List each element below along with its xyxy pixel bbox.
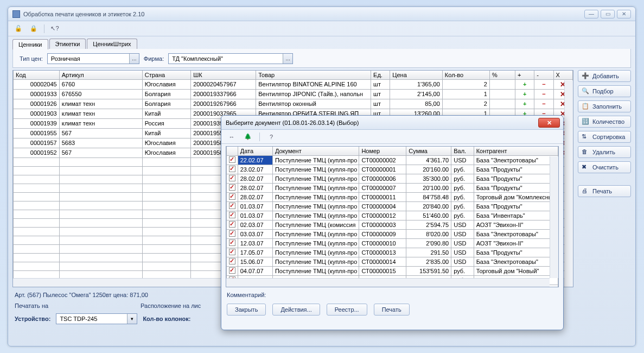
dialog-close-button[interactable]: ✕ <box>538 118 560 128</box>
column-header[interactable]: % <box>489 71 515 79</box>
column-header[interactable]: Цена <box>390 71 443 79</box>
qty-icon: 🔢 <box>582 118 589 125</box>
dialog-grid[interactable]: ДатаДокументНомерСуммаВал.Контрагент 22.… <box>226 146 559 287</box>
chevron-down-icon[interactable]: ▾ <box>127 314 137 324</box>
table-row[interactable]: 28.02.07Поступление ТМЦ (купля-проСТ0000… <box>227 192 558 201</box>
separator <box>44 24 44 33</box>
minus-icon[interactable]: − <box>534 99 553 109</box>
column-header[interactable]: Кол-во <box>442 71 489 79</box>
dialog-actions-btn[interactable]: Действия... <box>272 304 320 316</box>
dialog-title: Выберите документ (01.08.01-26.03.14) (В… <box>226 119 359 126</box>
minus-icon[interactable]: − <box>534 79 553 89</box>
table-row[interactable]: 000020456760Югославия2000020457967Вентил… <box>14 79 573 89</box>
firm-picker-icon[interactable]: … <box>283 54 292 64</box>
app-icon <box>12 10 20 18</box>
row-status-icon <box>227 211 238 220</box>
row-status-icon <box>227 257 238 266</box>
table-row[interactable]: 03.03.07Поступление ТМЦ (купля-проСТ0000… <box>227 229 558 238</box>
fill-icon: 📋 <box>582 103 589 110</box>
dialog-close-btn[interactable]: Закрыть <box>227 304 266 316</box>
table-row[interactable]: 28.02.07Поступление ТМЦ (купля-проСТ0000… <box>227 183 558 192</box>
print-button[interactable]: 🖨Печать <box>578 185 631 197</box>
column-header[interactable]: Вал. <box>451 147 474 155</box>
dialog-buttons: Закрыть Действия... Реестр... Печать <box>221 300 563 319</box>
column-header[interactable]: Товар <box>256 71 371 79</box>
clear-button[interactable]: ✖Очистить <box>578 161 631 173</box>
column-header[interactable]: ШК <box>191 71 256 79</box>
table-row[interactable]: 01.03.07Поступление ТМЦ (купля-проСТ0000… <box>227 211 558 220</box>
add-button[interactable]: ➕Добавить <box>578 70 631 82</box>
plus-icon[interactable]: + <box>515 99 534 109</box>
select-icon: 🔍 <box>582 87 589 95</box>
dialog-toolbar: ↔ 🌲 ? <box>221 130 563 144</box>
dialog-scrollbar-horizontal[interactable] <box>226 278 550 287</box>
cols-label: Кол-во колонок: <box>143 316 190 322</box>
column-header[interactable]: Номер <box>359 147 406 155</box>
column-header[interactable]: X <box>553 71 572 79</box>
device-label: Устройство: <box>15 316 50 322</box>
separator <box>259 133 260 141</box>
close-button[interactable]: ✕ <box>617 10 631 18</box>
table-row[interactable]: 28.02.07Поступление ТМЦ (купля-проСТ0000… <box>227 174 558 183</box>
help-icon[interactable]: ? <box>266 132 276 142</box>
column-header[interactable]: Артикул <box>59 71 142 79</box>
table-row[interactable]: 12.03.07Поступление ТМЦ (купля-проСТ0000… <box>227 238 558 248</box>
maximize-button[interactable]: ▭ <box>601 10 615 18</box>
expand-icon[interactable]: ↔ <box>227 132 237 142</box>
fill-button[interactable]: 📋Заполнить <box>578 100 631 112</box>
qty-button[interactable]: 🔢Количество <box>578 116 631 128</box>
minus-icon[interactable]: − <box>534 89 553 99</box>
table-row[interactable]: 15.06.07Поступление ТМЦ (купля-проСТ0000… <box>227 257 558 266</box>
table-row[interactable]: 00001933676550Болгария2000019337966Венти… <box>14 89 573 99</box>
plus-icon[interactable]: + <box>515 89 534 99</box>
column-header[interactable]: Дата <box>238 147 272 155</box>
table-row[interactable]: 17.05.07Поступление ТМЦ (купля-проСТ0000… <box>227 248 558 257</box>
table-row[interactable]: 22.02.07Поступление ТМЦ (купля-проСТ0000… <box>227 155 558 165</box>
scrollbar-vertical[interactable] <box>564 80 573 287</box>
dialog-print-btn[interactable]: Печать <box>374 304 410 316</box>
select-button[interactable]: 🔍Подбор <box>578 85 631 97</box>
column-header[interactable]: Страна <box>142 71 190 79</box>
table-row[interactable]: 04.07.07Поступление ТМЦ (купля-проСТ0000… <box>227 266 558 275</box>
tab-strip: Ценники Этикетки ЦенникШтрих <box>8 36 635 49</box>
column-header[interactable]: Код <box>14 71 60 79</box>
toolbar-icon-1[interactable]: 🔓 <box>14 24 23 34</box>
price-type-picker-icon[interactable]: … <box>129 54 139 64</box>
column-header[interactable]: Сумма <box>406 147 451 155</box>
delete-button[interactable]: 🗑Удалить <box>578 146 631 158</box>
dialog-scrollbar-vertical[interactable] <box>550 156 558 278</box>
print-on-label: Печатать на <box>15 302 48 309</box>
table-row[interactable]: 23.02.07Поступление ТМЦ (купля-проСТ0000… <box>227 165 558 174</box>
price-type-combo[interactable]: Розничная … <box>47 53 139 64</box>
row-status-icon <box>227 220 238 229</box>
window-title: Обработка печати ценников и этикеток 2.1… <box>23 11 584 17</box>
column-header[interactable]: - <box>534 71 553 79</box>
row-status-icon <box>227 174 238 183</box>
column-header[interactable]: Ед. <box>371 71 390 79</box>
firm-label: Фирма: <box>144 55 164 62</box>
row-status-icon <box>227 238 238 248</box>
table-row[interactable]: 02.03.07Поступление ТМЦ (комиссияСТ00000… <box>227 220 558 229</box>
minimize-button[interactable]: — <box>584 10 598 18</box>
tree-icon[interactable]: 🌲 <box>243 132 253 142</box>
dialog-registry-btn[interactable]: Реестр... <box>327 304 367 316</box>
firm-combo[interactable]: ТД "Комплексный" … <box>168 53 293 64</box>
title-bar: Обработка печати ценников и этикеток 2.1… <box>8 7 635 21</box>
clear-icon: ✖ <box>582 163 589 171</box>
column-header[interactable]: + <box>515 71 534 79</box>
tab-cennikshtrikh[interactable]: ЦенникШтрих <box>87 39 137 49</box>
row-status-icon <box>227 155 238 165</box>
help-arrow-icon[interactable]: ↖? <box>50 24 60 34</box>
column-header[interactable]: Контрагент <box>474 147 558 155</box>
table-row[interactable]: 00001926климат технБолгария2000019267966… <box>14 99 573 109</box>
price-type-value: Розничная <box>48 55 84 62</box>
tab-etiketki[interactable]: Этикетки <box>49 39 86 49</box>
sort-button[interactable]: ⇅Сортировка <box>578 131 631 143</box>
column-header[interactable]: Документ <box>272 147 359 155</box>
price-type-label: Тип цен: <box>20 55 43 62</box>
plus-icon[interactable]: + <box>515 79 534 89</box>
device-combo[interactable]: TSC TDP-245 ▾ <box>56 313 137 324</box>
tab-cenniki[interactable]: Ценники <box>12 39 48 49</box>
toolbar-icon-2[interactable]: 🔒 <box>29 24 39 34</box>
table-row[interactable]: 01.03.07Поступление ТМЦ (купля-проСТ0000… <box>227 201 558 211</box>
